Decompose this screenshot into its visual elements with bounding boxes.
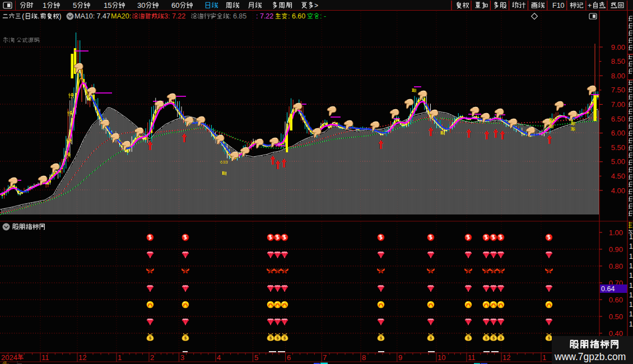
svg-text:8.00: 8.00 [611, 72, 625, 80]
svg-text:4: 4 [217, 353, 221, 362]
svg-text:30: 30 [137, 1, 145, 10]
svg-text:>: > [314, 2, 318, 10]
svg-text:.: . [38, 12, 39, 20]
svg-text:: -: : - [320, 12, 326, 20]
svg-text:9: 9 [398, 353, 402, 362]
svg-text:2: 2 [150, 353, 154, 362]
svg-text:0.90: 0.90 [609, 245, 623, 254]
svg-text:6: 6 [287, 353, 291, 362]
svg-text:1: 1 [629, 291, 633, 299]
svg-text:0.50: 0.50 [609, 312, 623, 321]
svg-text:8.50: 8.50 [611, 57, 625, 66]
svg-text:1: 1 [43, 1, 46, 10]
svg-text:11: 11 [468, 353, 476, 362]
svg-text:633: 633 [220, 160, 228, 165]
svg-text:1: 1 [629, 253, 633, 260]
svg-text:6.50: 6.50 [611, 115, 625, 123]
svg-text:(: ( [22, 12, 24, 20]
svg-text:0.80: 0.80 [609, 262, 623, 270]
svg-text:: 6.85: : 6.85 [229, 12, 246, 20]
svg-text:8: 8 [362, 353, 366, 362]
svg-text:3: 3 [180, 353, 184, 362]
svg-text:: 6.60: : 6.60 [288, 12, 305, 20]
svg-text:5.50: 5.50 [611, 143, 625, 152]
svg-text:1: 1 [542, 353, 546, 362]
svg-text:F10: F10 [552, 2, 565, 10]
svg-text:5.00: 5.00 [611, 157, 625, 166]
svg-text:MA20:: MA20: [111, 12, 131, 20]
svg-text::...: :... [17, 360, 22, 364]
svg-text:0.60: 0.60 [609, 296, 623, 304]
svg-text:MA10: 7.47: MA10: 7.47 [75, 12, 110, 20]
svg-text:5: 5 [73, 1, 77, 10]
svg-text:6.00: 6.00 [611, 129, 625, 137]
svg-text:+: + [588, 2, 592, 10]
svg-text:1: 1 [629, 301, 633, 309]
svg-text:.dl..: .dl.. [2, 360, 9, 364]
svg-text:0.64: 0.64 [601, 285, 615, 293]
svg-text:4.00: 4.00 [611, 186, 625, 195]
svg-text:1: 1 [629, 262, 633, 270]
svg-text:www.7gpzb.com: www.7gpzb.com [554, 351, 626, 362]
svg-text:15: 15 [104, 1, 111, 10]
svg-text:7.50: 7.50 [611, 86, 625, 94]
svg-text:1: 1 [629, 242, 633, 250]
svg-text:1: 1 [629, 272, 633, 279]
svg-text:1: 1 [629, 233, 633, 241]
svg-text:5: 5 [254, 353, 258, 362]
svg-text:4.50: 4.50 [611, 172, 625, 180]
svg-text:9.00: 9.00 [611, 43, 625, 52]
svg-text:1: 1 [629, 320, 633, 328]
svg-text:60: 60 [171, 1, 179, 10]
svg-text:1: 1 [629, 310, 633, 318]
svg-text:1.00: 1.00 [609, 228, 623, 237]
svg-text:: 7.22: : 7.22 [256, 12, 273, 20]
svg-text:10: 10 [437, 353, 445, 362]
svg-text:3: 7.22: 3: 7.22 [164, 12, 185, 20]
svg-text:1: 1 [629, 282, 633, 290]
svg-text:): ) [59, 12, 62, 20]
svg-text:7.00: 7.00 [611, 100, 625, 109]
svg-text:1: 1 [118, 353, 122, 362]
svg-text:7: 7 [323, 353, 327, 362]
